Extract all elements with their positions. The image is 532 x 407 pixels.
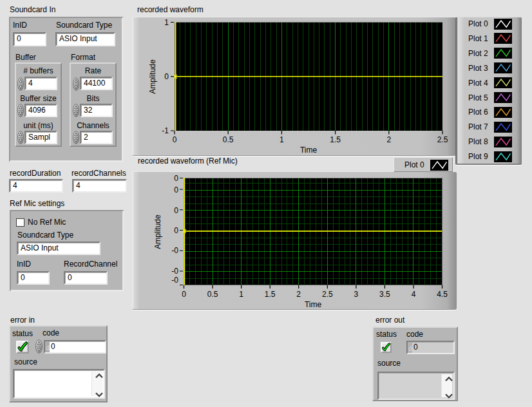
svg-text:2: 2: [296, 290, 301, 299]
svg-text:0: 0: [164, 72, 169, 81]
svg-text:1: 1: [239, 290, 243, 299]
svg-text:4: 4: [412, 290, 416, 299]
svg-text:0: 0: [174, 185, 178, 194]
svg-text:1: 1: [164, 18, 169, 27]
svg-text:Amplitude: Amplitude: [153, 214, 162, 249]
svg-text:1.5: 1.5: [330, 135, 341, 144]
svg-text:1: 1: [280, 135, 284, 144]
svg-text:4.5: 4.5: [437, 290, 448, 299]
svg-text:-0: -0: [171, 276, 178, 285]
svg-text:0.5: 0.5: [207, 290, 218, 299]
svg-text:0.5: 0.5: [223, 135, 234, 144]
svg-text:-0: -0: [171, 267, 178, 276]
svg-text:0: 0: [173, 135, 177, 144]
svg-text:0: 0: [174, 206, 178, 215]
svg-text:Amplitude: Amplitude: [148, 59, 157, 94]
svg-text:2.5: 2.5: [437, 135, 448, 144]
svg-text:0: 0: [174, 174, 178, 183]
svg-text:0: 0: [174, 226, 178, 235]
svg-text:0: 0: [182, 290, 186, 299]
svg-text:3.5: 3.5: [379, 290, 390, 299]
svg-text:2.5: 2.5: [322, 290, 333, 299]
svg-text:-1: -1: [162, 126, 169, 135]
svg-text:2: 2: [386, 135, 391, 144]
svg-text:3: 3: [354, 290, 359, 299]
svg-text:Time: Time: [300, 146, 318, 155]
svg-text:-0: -0: [171, 246, 178, 255]
svg-text:1.5: 1.5: [265, 290, 276, 299]
svg-text:Time: Time: [305, 300, 322, 309]
